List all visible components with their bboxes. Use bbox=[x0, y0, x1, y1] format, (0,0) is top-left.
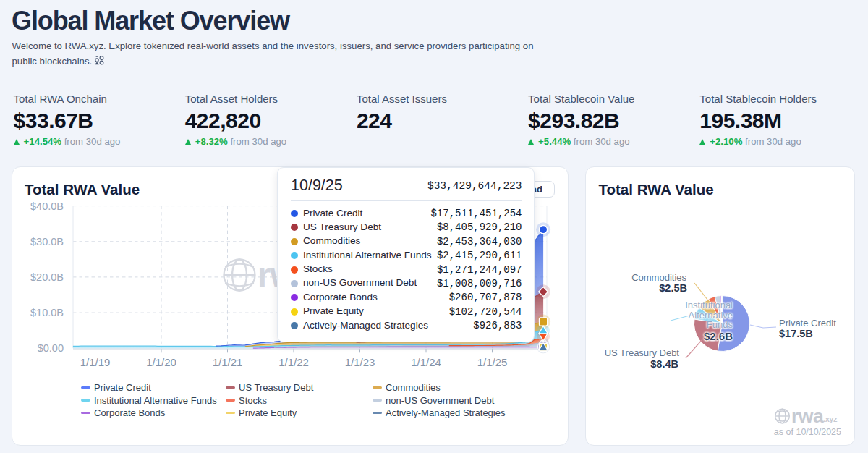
svg-text:rwa.xyz: rwa.xyz bbox=[791, 405, 838, 427]
